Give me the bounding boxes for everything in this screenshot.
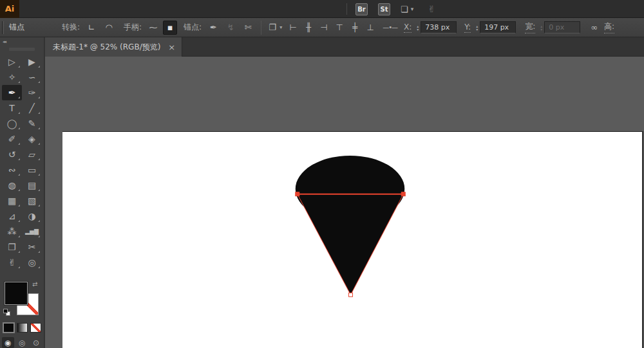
convert-buttons: ∟◠: [84, 21, 116, 35]
align-bottom-button[interactable]: ⊥: [363, 21, 377, 35]
draw-normal-mode-button[interactable]: ◉: [2, 337, 14, 348]
paint-style-buttons: [0, 323, 44, 333]
gradient-button[interactable]: [17, 323, 28, 333]
magic-wand-tool[interactable]: ✧: [2, 69, 22, 85]
align-h-center-button[interactable]: ╫: [301, 21, 316, 35]
hide-handles-button[interactable]: ▪: [163, 21, 177, 35]
tool-icon: ✒: [8, 88, 16, 97]
shape-builder-tool[interactable]: ◍: [2, 178, 22, 193]
paintbrush-tool[interactable]: ✎: [22, 116, 42, 131]
touch-workspace-icon[interactable]: ✌: [428, 4, 435, 14]
x-stepper[interactable]: ▴▾: [417, 24, 419, 31]
tool-icon: ✑: [28, 88, 36, 97]
align-right-button[interactable]: ⊣: [317, 21, 331, 35]
ellipse-tool[interactable]: ◯: [2, 116, 22, 131]
tool-panel-header: ◂◂: [0, 37, 44, 54]
color-button[interactable]: [3, 323, 14, 333]
type-tool[interactable]: T: [2, 100, 22, 116]
tool-icon: ⁂: [8, 227, 17, 236]
anchors-label: 锚点:: [184, 22, 202, 33]
align-left-button[interactable]: ⊢: [286, 21, 300, 35]
tool-icon: ✐: [8, 134, 16, 143]
tool-icon: ▱: [28, 150, 35, 159]
cut-path-button[interactable]: ✄: [241, 21, 255, 35]
align-v-center-button[interactable]: ╪: [348, 21, 362, 35]
y-input[interactable]: 197 px: [480, 21, 516, 33]
scale-tool[interactable]: ▱: [22, 147, 42, 162]
tool-icon: ◯: [7, 119, 17, 128]
gradient-tool[interactable]: ▧: [22, 193, 42, 208]
menu-separator: [346, 3, 347, 15]
tool-icon: ▧: [28, 196, 36, 205]
y-label[interactable]: Y:: [464, 23, 471, 33]
panel-drag-handle[interactable]: [9, 48, 35, 51]
curvature-tool[interactable]: ✑: [22, 85, 42, 100]
fill-stroke-controls: ⇄: [0, 280, 44, 318]
convert-to-smooth-button[interactable]: ◠: [102, 21, 116, 35]
convert-to-corner-button[interactable]: ∟: [84, 21, 99, 35]
workspace-switcher-icon[interactable]: ❏: [401, 5, 408, 14]
swap-fill-stroke-icon[interactable]: ⇄: [32, 280, 37, 288]
eyedropper-tool[interactable]: ⊿: [2, 208, 22, 224]
tool-icon: ✎: [28, 119, 36, 128]
free-transform-tool[interactable]: ▭: [22, 162, 42, 178]
zoom-tool[interactable]: ◎: [22, 255, 42, 270]
collapse-panel-icon[interactable]: ◂◂: [3, 39, 6, 44]
artboard[interactable]: [62, 131, 643, 348]
artboard-options-button[interactable]: ❐: [265, 21, 279, 35]
tool-icon: ∽: [28, 73, 36, 82]
panel-grip[interactable]: [2, 21, 4, 34]
blend-tool[interactable]: ◑: [22, 208, 42, 224]
tool-icon: ⊿: [8, 212, 16, 221]
direct-selection-tool[interactable]: ▶: [22, 54, 42, 69]
tool-icon: ╱: [29, 104, 34, 113]
width-tool[interactable]: ∾: [2, 162, 22, 178]
stock-button[interactable]: St: [378, 3, 390, 15]
chevron-down-icon[interactable]: ▾: [411, 6, 414, 12]
tool-icon: ◍: [8, 181, 15, 190]
close-icon[interactable]: ×: [168, 43, 175, 51]
column-graph-tool[interactable]: ▂▅▇: [22, 224, 42, 239]
mesh-tool[interactable]: ▦: [2, 193, 22, 208]
tab-bar: 未标题-1* @ 52% (RGB/预览) ×: [45, 37, 644, 57]
align-top-button[interactable]: ⊤: [332, 21, 346, 35]
hand-tool[interactable]: ✌: [2, 255, 22, 270]
connect-anchors-button[interactable]: ↯: [223, 21, 238, 35]
selection-tool[interactable]: ▷: [2, 54, 22, 69]
document-tab[interactable]: 未标题-1* @ 52% (RGB/预览) ×: [45, 37, 182, 57]
tool-icon: ▤: [28, 181, 36, 190]
symbol-sprayer-tool[interactable]: ⁂: [2, 224, 22, 239]
show-handles-button[interactable]: ⁓: [146, 21, 160, 35]
draw-inside-mode-button[interactable]: ⊙: [30, 337, 43, 348]
link-dimensions-icon[interactable]: ∞: [591, 23, 598, 32]
width-stepper: ▴▾: [540, 24, 542, 31]
shape-svg[interactable]: [62, 132, 642, 348]
tool-icon: ◎: [28, 258, 35, 267]
x-label[interactable]: X:: [404, 23, 412, 33]
chevron-down-icon[interactable]: ▾: [279, 24, 282, 30]
pen-tool[interactable]: ✒: [2, 85, 22, 100]
delete-anchor-button[interactable]: ✒: [206, 21, 220, 35]
none-button[interactable]: [30, 323, 41, 333]
shaper-tool[interactable]: ✐: [2, 131, 22, 147]
eraser-tool[interactable]: ◈: [22, 131, 42, 147]
separator: [261, 21, 261, 35]
perspective-grid-tool[interactable]: ▤: [22, 178, 42, 193]
width-label: 宽:: [525, 21, 535, 33]
fill-swatch[interactable]: [5, 282, 28, 305]
slice-tool[interactable]: ✂: [22, 239, 42, 255]
width-input: 0 px: [544, 21, 580, 33]
y-stepper[interactable]: ▴▾: [476, 24, 478, 31]
draw-behind-mode-button[interactable]: ◎: [16, 337, 28, 348]
artboard-tool[interactable]: ❐: [2, 239, 22, 255]
x-input[interactable]: 738 px: [421, 21, 457, 33]
default-fill-stroke-icon[interactable]: [3, 309, 10, 316]
menu-bar: Ai Br St ❏ ▾ ✌: [0, 0, 644, 18]
lasso-tool[interactable]: ∽: [22, 69, 42, 85]
line-segment-tool[interactable]: ╱: [22, 100, 42, 116]
pasteboard[interactable]: [45, 57, 644, 348]
tool-panel: ◂◂ ▷▶✧∽✒✑T╱◯✎✐◈↺▱∾▭◍▤▦▧⊿◑⁂▂▅▇❐✂✌◎ ⇄ ◉◎⊙: [0, 37, 45, 348]
rotate-tool[interactable]: ↺: [2, 147, 22, 162]
document-area: 未标题-1* @ 52% (RGB/预览) ×: [45, 37, 644, 348]
bridge-button[interactable]: Br: [355, 3, 368, 15]
